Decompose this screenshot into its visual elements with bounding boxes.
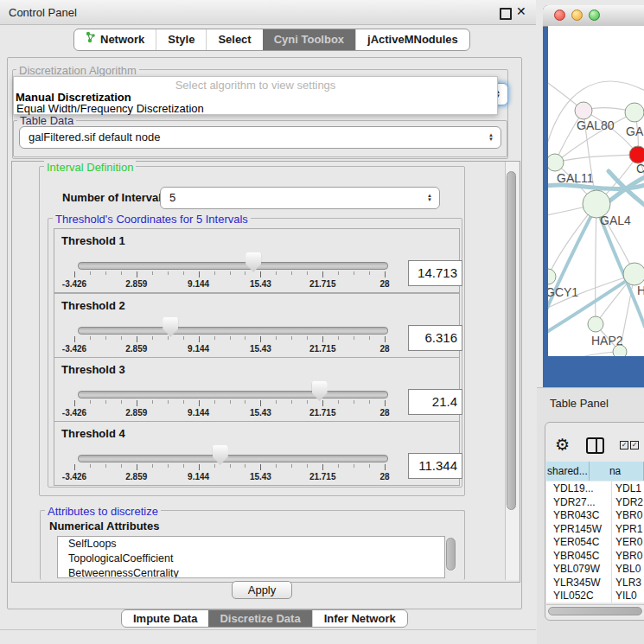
network-node[interactable] (613, 345, 627, 356)
number-of-intervals-combobox[interactable]: 5 ▲▼ (160, 187, 440, 209)
slider-tick-label: -3.426 (62, 472, 86, 481)
cell-shared-name: YLR345W (553, 577, 601, 589)
slider-tick (307, 400, 308, 404)
slider-tick-label: 2.859 (125, 344, 147, 354)
network-node-label: GAL11 (557, 171, 594, 185)
slider-tick (245, 400, 245, 404)
cell-shared-name: YBR043C (553, 509, 599, 521)
combo-arrows-icon: ▲▼ (488, 133, 494, 142)
threshold-label: Threshold 4 (61, 427, 125, 440)
slider-tick-label: 9.144 (188, 279, 209, 289)
slider-tick (369, 336, 370, 340)
tab-discretize-data[interactable]: Discretize Data (208, 610, 311, 627)
column-header-shared[interactable]: shared... (546, 462, 590, 481)
tab-label: Select (218, 29, 251, 50)
float-window-icon[interactable] (500, 8, 512, 20)
network-node[interactable] (575, 102, 592, 119)
cell-name: YBR0 (615, 550, 642, 562)
checkbox-icon[interactable]: ✓ (630, 441, 639, 450)
tab-network[interactable]: Network (74, 29, 156, 50)
slider-tick (260, 336, 261, 342)
apply-button[interactable]: Apply (232, 581, 292, 599)
threshold-value-field[interactable]: 6.316 (408, 325, 462, 351)
cell-shared-name: YBL079W (553, 563, 600, 575)
network-edge[interactable] (596, 204, 596, 324)
horizontal-scrollbar[interactable] (546, 604, 644, 616)
threshold-value-field[interactable]: 14.713 (408, 260, 462, 286)
slider-tick (199, 271, 200, 277)
slider-tick (168, 271, 169, 275)
cell-name: YER0 (615, 536, 642, 548)
network-node[interactable] (548, 154, 564, 171)
tab-jactivemnodules[interactable]: jActiveMNodules (355, 29, 469, 50)
slider-tick-label: 28 (379, 344, 389, 354)
slider-tick-label: 28 (379, 472, 389, 481)
slider-tick (369, 464, 370, 468)
slider-tick (385, 271, 386, 277)
threshold-label: Threshold 3 (61, 363, 125, 376)
list-item[interactable]: BetweennessCentrality (58, 566, 444, 578)
attributes-scrollbar-thumb[interactable] (446, 538, 456, 571)
minimize-traffic-light[interactable] (571, 10, 583, 21)
network-node[interactable] (629, 146, 644, 163)
column-header-name[interactable]: na (590, 462, 644, 481)
slider-tick (230, 271, 231, 275)
slider-tick (338, 336, 339, 340)
cell-name: YIL0 (615, 590, 637, 602)
network-node[interactable] (588, 316, 603, 332)
checkbox-icon[interactable]: ✓ (620, 441, 628, 450)
slider-tick-label: -3.426 (62, 344, 86, 354)
threshold-value-field[interactable]: 11.344 (408, 453, 462, 479)
threshold-value-field[interactable]: 21.4 (408, 389, 462, 415)
slider-tick (137, 336, 137, 342)
cell-shared-name: YIL052C (553, 590, 594, 602)
network-node[interactable] (625, 103, 644, 122)
tab-impute-data[interactable]: Impute Data (122, 610, 208, 627)
slider-tick (338, 271, 339, 275)
slider-tick-label: 21.715 (309, 279, 336, 289)
tab-label: Discretize Data (220, 610, 300, 627)
list-item[interactable]: SelfLoops (58, 537, 444, 552)
table-data-combobox[interactable]: galFiltered.sif default node ▲▼ (19, 126, 501, 149)
slider-tick (137, 400, 137, 406)
slider-tick (168, 336, 169, 340)
slider-tick (291, 464, 292, 468)
slider-tick (385, 464, 386, 470)
table-header-row: shared... na (546, 462, 644, 481)
slider-tick (230, 464, 231, 468)
vertical-scrollbar-thumb[interactable] (507, 171, 516, 510)
slider-tick (74, 400, 75, 406)
network-edge[interactable] (548, 352, 620, 356)
slider-tick (276, 271, 277, 275)
close-traffic-light[interactable] (554, 10, 565, 21)
tab-cyni-toolbox[interactable]: Cyni Toolbox (263, 29, 355, 50)
network-canvas[interactable]: GAL80GACGAL11GAL4GCY1HHAP2 (548, 26, 644, 356)
slider-tick (105, 400, 106, 404)
slider-tick (183, 336, 184, 340)
table-data-value: galFiltered.sif default node (29, 127, 160, 148)
slider-tick (322, 336, 323, 342)
numerical-attributes-list[interactable]: SelfLoopsTopologicalCoefficientBetweenne… (57, 536, 445, 578)
tab-infer-network[interactable]: Infer Network (312, 610, 407, 627)
cell-name: YDR2 (615, 496, 643, 508)
dropdown-option-equal-width[interactable]: Equal Width/Frequency Discretization (16, 102, 204, 115)
network-edge[interactable] (555, 155, 638, 163)
threshold-slider-track[interactable] (78, 455, 388, 462)
zoom-traffic-light[interactable] (589, 10, 600, 21)
control-panel-bottom-edge (0, 629, 536, 630)
threshold-slider-track[interactable] (78, 327, 388, 335)
horizontal-scrollbar-thumb[interactable] (548, 607, 642, 615)
tab-select[interactable]: Select (206, 29, 262, 50)
network-node-label: GCY1 (548, 285, 578, 299)
network-node[interactable] (623, 263, 644, 285)
network-node[interactable] (548, 269, 556, 284)
tab-style[interactable]: Style (156, 29, 206, 50)
close-icon[interactable]: ✕ (516, 4, 526, 18)
gear-icon[interactable]: ⚙ (555, 435, 570, 455)
column-layout-icon[interactable] (586, 437, 604, 454)
slider-tick (152, 400, 153, 404)
threshold-slider-track[interactable] (78, 262, 388, 270)
slider-tick (137, 464, 137, 470)
threshold-slider-track[interactable] (78, 391, 388, 399)
list-item[interactable]: TopologicalCoefficient (58, 552, 444, 566)
